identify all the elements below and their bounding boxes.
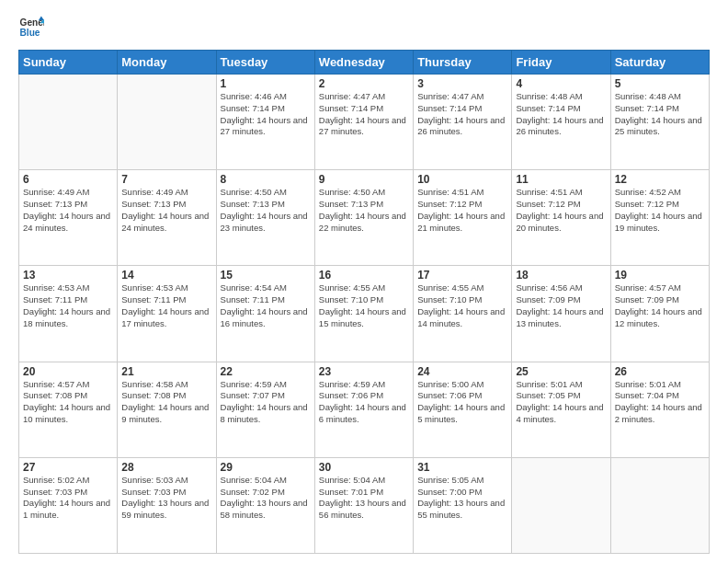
logo: General Blue (18, 15, 44, 40)
weekday-header-saturday: Saturday (610, 51, 709, 75)
calendar-cell: 1Sunrise: 4:46 AM Sunset: 7:14 PM Daylig… (216, 75, 314, 170)
calendar-cell: 11Sunrise: 4:51 AM Sunset: 7:12 PM Dayli… (512, 170, 610, 266)
day-info: Sunrise: 5:01 AM Sunset: 7:05 PM Dayligh… (516, 379, 606, 426)
calendar-cell: 4Sunrise: 4:48 AM Sunset: 7:14 PM Daylig… (512, 75, 610, 170)
day-number: 4 (516, 77, 606, 90)
day-number: 18 (516, 269, 606, 282)
day-info: Sunrise: 5:02 AM Sunset: 7:03 PM Dayligh… (23, 475, 113, 522)
day-info: Sunrise: 4:46 AM Sunset: 7:14 PM Dayligh… (221, 91, 311, 138)
calendar-cell: 8Sunrise: 4:50 AM Sunset: 7:13 PM Daylig… (216, 170, 314, 266)
calendar-cell (610, 457, 709, 553)
calendar-cell: 5Sunrise: 4:48 AM Sunset: 7:14 PM Daylig… (610, 75, 709, 170)
calendar-cell: 16Sunrise: 4:55 AM Sunset: 7:10 PM Dayli… (314, 266, 413, 362)
day-number: 7 (121, 173, 211, 186)
day-number: 5 (615, 77, 705, 90)
calendar-cell: 17Sunrise: 4:55 AM Sunset: 7:10 PM Dayli… (414, 266, 512, 362)
day-info: Sunrise: 4:49 AM Sunset: 7:13 PM Dayligh… (23, 187, 113, 234)
day-number: 21 (121, 365, 211, 378)
calendar-cell: 27Sunrise: 5:02 AM Sunset: 7:03 PM Dayli… (19, 457, 118, 553)
weekday-header-row: SundayMondayTuesdayWednesdayThursdayFrid… (19, 51, 710, 75)
day-number: 29 (221, 461, 311, 474)
calendar-cell (118, 75, 216, 170)
day-number: 17 (417, 269, 507, 282)
day-info: Sunrise: 4:47 AM Sunset: 7:14 PM Dayligh… (319, 91, 409, 138)
day-info: Sunrise: 4:59 AM Sunset: 7:06 PM Dayligh… (319, 379, 409, 426)
day-info: Sunrise: 4:58 AM Sunset: 7:08 PM Dayligh… (121, 379, 211, 426)
day-info: Sunrise: 4:50 AM Sunset: 7:13 PM Dayligh… (221, 187, 311, 234)
calendar-cell: 30Sunrise: 5:04 AM Sunset: 7:01 PM Dayli… (314, 457, 413, 553)
day-info: Sunrise: 5:01 AM Sunset: 7:04 PM Dayligh… (615, 379, 705, 426)
calendar-table: SundayMondayTuesdayWednesdayThursdayFrid… (18, 50, 710, 554)
day-number: 3 (417, 77, 507, 90)
day-info: Sunrise: 4:51 AM Sunset: 7:12 PM Dayligh… (516, 187, 606, 234)
day-info: Sunrise: 4:53 AM Sunset: 7:11 PM Dayligh… (23, 282, 113, 329)
day-number: 14 (121, 269, 211, 282)
calendar-cell: 13Sunrise: 4:53 AM Sunset: 7:11 PM Dayli… (19, 266, 118, 362)
weekday-header-thursday: Thursday (414, 51, 512, 75)
day-info: Sunrise: 4:56 AM Sunset: 7:09 PM Dayligh… (516, 282, 606, 329)
calendar-cell: 23Sunrise: 4:59 AM Sunset: 7:06 PM Dayli… (314, 362, 413, 457)
calendar-cell: 3Sunrise: 4:47 AM Sunset: 7:14 PM Daylig… (414, 75, 512, 170)
calendar-cell: 21Sunrise: 4:58 AM Sunset: 7:08 PM Dayli… (118, 362, 216, 457)
day-number: 16 (319, 269, 409, 282)
calendar-week-3: 13Sunrise: 4:53 AM Sunset: 7:11 PM Dayli… (19, 266, 710, 362)
day-number: 2 (319, 77, 409, 90)
calendar-cell: 12Sunrise: 4:52 AM Sunset: 7:12 PM Dayli… (610, 170, 709, 266)
weekday-header-wednesday: Wednesday (314, 51, 413, 75)
calendar-cell: 10Sunrise: 4:51 AM Sunset: 7:12 PM Dayli… (414, 170, 512, 266)
day-number: 15 (221, 269, 311, 282)
day-info: Sunrise: 5:04 AM Sunset: 7:02 PM Dayligh… (221, 475, 311, 522)
calendar-cell: 18Sunrise: 4:56 AM Sunset: 7:09 PM Dayli… (512, 266, 610, 362)
day-number: 11 (516, 173, 606, 186)
calendar-cell: 6Sunrise: 4:49 AM Sunset: 7:13 PM Daylig… (19, 170, 118, 266)
weekday-header-monday: Monday (118, 51, 216, 75)
day-info: Sunrise: 4:49 AM Sunset: 7:13 PM Dayligh… (121, 187, 211, 234)
day-number: 31 (417, 461, 507, 474)
day-info: Sunrise: 4:55 AM Sunset: 7:10 PM Dayligh… (417, 282, 507, 329)
calendar-cell: 9Sunrise: 4:50 AM Sunset: 7:13 PM Daylig… (314, 170, 413, 266)
day-number: 10 (417, 173, 507, 186)
day-number: 25 (516, 365, 606, 378)
day-number: 9 (319, 173, 409, 186)
day-info: Sunrise: 4:57 AM Sunset: 7:09 PM Dayligh… (615, 282, 705, 329)
day-number: 28 (121, 461, 211, 474)
day-number: 20 (23, 365, 113, 378)
day-info: Sunrise: 5:05 AM Sunset: 7:00 PM Dayligh… (417, 475, 507, 522)
calendar-cell: 24Sunrise: 5:00 AM Sunset: 7:06 PM Dayli… (414, 362, 512, 457)
svg-text:Blue: Blue (20, 28, 40, 38)
calendar-week-2: 6Sunrise: 4:49 AM Sunset: 7:13 PM Daylig… (19, 170, 710, 266)
day-number: 24 (417, 365, 507, 378)
calendar-cell: 19Sunrise: 4:57 AM Sunset: 7:09 PM Dayli… (610, 266, 709, 362)
calendar-cell: 20Sunrise: 4:57 AM Sunset: 7:08 PM Dayli… (19, 362, 118, 457)
day-number: 19 (615, 269, 705, 282)
day-info: Sunrise: 4:50 AM Sunset: 7:13 PM Dayligh… (319, 187, 409, 234)
day-number: 23 (319, 365, 409, 378)
calendar-cell: 28Sunrise: 5:03 AM Sunset: 7:03 PM Dayli… (118, 457, 216, 553)
day-info: Sunrise: 4:51 AM Sunset: 7:12 PM Dayligh… (417, 187, 507, 234)
day-number: 6 (23, 173, 113, 186)
logo-icon: General Blue (18, 15, 44, 40)
day-number: 12 (615, 173, 705, 186)
weekday-header-sunday: Sunday (19, 51, 118, 75)
day-info: Sunrise: 4:54 AM Sunset: 7:11 PM Dayligh… (221, 282, 311, 329)
day-info: Sunrise: 4:57 AM Sunset: 7:08 PM Dayligh… (23, 379, 113, 426)
day-number: 26 (615, 365, 705, 378)
page: General Blue SundayMondayTuesdayWednesda… (0, 0, 728, 563)
calendar-cell: 26Sunrise: 5:01 AM Sunset: 7:04 PM Dayli… (610, 362, 709, 457)
calendar-cell: 22Sunrise: 4:59 AM Sunset: 7:07 PM Dayli… (216, 362, 314, 457)
day-number: 8 (221, 173, 311, 186)
calendar-cell: 29Sunrise: 5:04 AM Sunset: 7:02 PM Dayli… (216, 457, 314, 553)
calendar-cell (512, 457, 610, 553)
day-number: 13 (23, 269, 113, 282)
day-number: 22 (221, 365, 311, 378)
calendar-cell: 2Sunrise: 4:47 AM Sunset: 7:14 PM Daylig… (314, 75, 413, 170)
weekday-header-tuesday: Tuesday (216, 51, 314, 75)
calendar-cell: 31Sunrise: 5:05 AM Sunset: 7:00 PM Dayli… (414, 457, 512, 553)
day-info: Sunrise: 4:59 AM Sunset: 7:07 PM Dayligh… (221, 379, 311, 426)
calendar-cell: 7Sunrise: 4:49 AM Sunset: 7:13 PM Daylig… (118, 170, 216, 266)
day-number: 1 (221, 77, 311, 90)
day-info: Sunrise: 4:47 AM Sunset: 7:14 PM Dayligh… (417, 91, 507, 138)
day-info: Sunrise: 5:03 AM Sunset: 7:03 PM Dayligh… (121, 475, 211, 522)
day-number: 30 (319, 461, 409, 474)
calendar-cell: 15Sunrise: 4:54 AM Sunset: 7:11 PM Dayli… (216, 266, 314, 362)
